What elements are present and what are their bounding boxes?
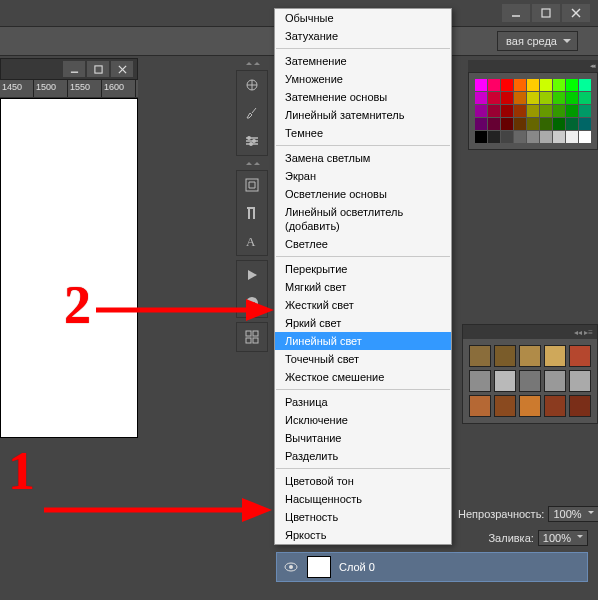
blend-menu-item[interactable]: Светлее [275,235,451,253]
brush-panel-icon[interactable] [237,99,267,127]
blend-menu-item[interactable]: Вычитание [275,429,451,447]
swatch[interactable] [475,118,487,130]
style-swatch[interactable] [544,395,566,417]
swatch[interactable] [527,118,539,130]
style-swatch[interactable] [519,370,541,392]
opacity-input[interactable]: 100% [548,506,598,522]
swatch[interactable] [488,131,500,143]
style-swatch[interactable] [544,345,566,367]
canvas[interactable] [0,98,138,438]
paragraph-panel-icon[interactable] [237,199,267,227]
blend-mode-menu[interactable]: ОбычныеЗатуханиеЗатемнениеУмножениеЗатем… [274,8,452,545]
panel-collapse-toggle[interactable] [468,60,598,72]
glyphs-panel-icon[interactable]: A [237,227,267,255]
blend-menu-item[interactable]: Умножение [275,70,451,88]
layer-name[interactable]: Слой 0 [339,561,375,573]
play-icon[interactable] [237,261,267,289]
maximize-button[interactable] [532,4,560,22]
style-swatch[interactable] [519,345,541,367]
swatch[interactable] [566,105,578,117]
blend-menu-item[interactable]: Затемнение основы [275,88,451,106]
blend-menu-item[interactable]: Насыщенность [275,490,451,508]
swatch[interactable] [553,92,565,104]
layer-thumbnail[interactable] [307,556,331,578]
swatch[interactable] [475,92,487,104]
swatch[interactable] [475,105,487,117]
swatch[interactable] [553,118,565,130]
swatch[interactable] [553,105,565,117]
style-swatch[interactable] [469,345,491,367]
dock-expand-toggle[interactable] [236,160,268,170]
swatch[interactable] [566,118,578,130]
swatch[interactable] [501,131,513,143]
swatch[interactable] [488,92,500,104]
swatch[interactable] [501,79,513,91]
close-button[interactable] [562,4,590,22]
swatch[interactable] [579,79,591,91]
swatch[interactable] [514,105,526,117]
swatch[interactable] [553,131,565,143]
swatch[interactable] [579,131,591,143]
blend-menu-item[interactable]: Перекрытие [275,260,451,278]
blend-menu-item[interactable]: Линейный свет [275,332,451,350]
style-swatch[interactable] [569,370,591,392]
swatch[interactable] [579,105,591,117]
swatch[interactable] [514,92,526,104]
blend-menu-item[interactable]: Яркий свет [275,314,451,332]
blend-menu-item[interactable]: Линейный затемнитель [275,106,451,124]
swatch[interactable] [527,92,539,104]
blend-menu-item[interactable]: Экран [275,167,451,185]
doc-close-button[interactable] [111,61,133,77]
style-swatch[interactable] [569,395,591,417]
style-swatch[interactable] [569,345,591,367]
workspace-switcher[interactable]: вая среда [497,31,578,51]
blend-menu-item[interactable]: Яркость [275,526,451,544]
swatch[interactable] [540,79,552,91]
swatch[interactable] [566,92,578,104]
swatch[interactable] [566,79,578,91]
properties-panel-icon[interactable] [237,323,267,351]
blend-menu-item[interactable]: Точечный свет [275,350,451,368]
swatch[interactable] [540,105,552,117]
blend-menu-item[interactable]: Осветление основы [275,185,451,203]
blend-menu-item[interactable]: Цветовой тон [275,472,451,490]
swatch[interactable] [527,105,539,117]
swatch[interactable] [514,118,526,130]
swatch[interactable] [540,92,552,104]
swatch[interactable] [501,105,513,117]
blend-menu-item[interactable]: Затемнение [275,52,451,70]
swatch[interactable] [527,79,539,91]
blend-menu-item[interactable]: Разница [275,393,451,411]
swatch[interactable] [488,79,500,91]
style-swatch[interactable] [494,345,516,367]
swatch[interactable] [566,131,578,143]
layer-visibility-icon[interactable] [283,559,299,575]
swatch[interactable] [475,79,487,91]
style-swatch[interactable] [519,395,541,417]
character-panel-icon[interactable] [237,171,267,199]
blend-menu-item[interactable]: Жесткое смешение [275,368,451,386]
swatch[interactable] [540,131,552,143]
swatch[interactable] [501,118,513,130]
doc-maximize-button[interactable] [87,61,109,77]
style-swatch[interactable] [469,370,491,392]
style-swatch[interactable] [494,395,516,417]
style-swatch[interactable] [494,370,516,392]
blend-menu-item[interactable]: Разделить [275,447,451,465]
swatch[interactable] [514,79,526,91]
blend-menu-item[interactable]: Исключение [275,411,451,429]
doc-minimize-button[interactable] [63,61,85,77]
blend-menu-item[interactable]: Линейный осветлитель (добавить) [275,203,451,235]
blend-menu-item[interactable]: Замена светлым [275,149,451,167]
navigator-panel-icon[interactable] [237,71,267,99]
swatch[interactable] [553,79,565,91]
style-swatch[interactable] [544,370,566,392]
swatch[interactable] [475,131,487,143]
fill-input[interactable]: 100% [538,530,588,546]
blend-menu-item[interactable]: Жесткий свет [275,296,451,314]
swatch[interactable] [579,92,591,104]
swatch[interactable] [540,118,552,130]
swatch[interactable] [501,92,513,104]
dock-expand-toggle[interactable] [236,60,268,70]
blend-menu-item[interactable]: Мягкий свет [275,278,451,296]
